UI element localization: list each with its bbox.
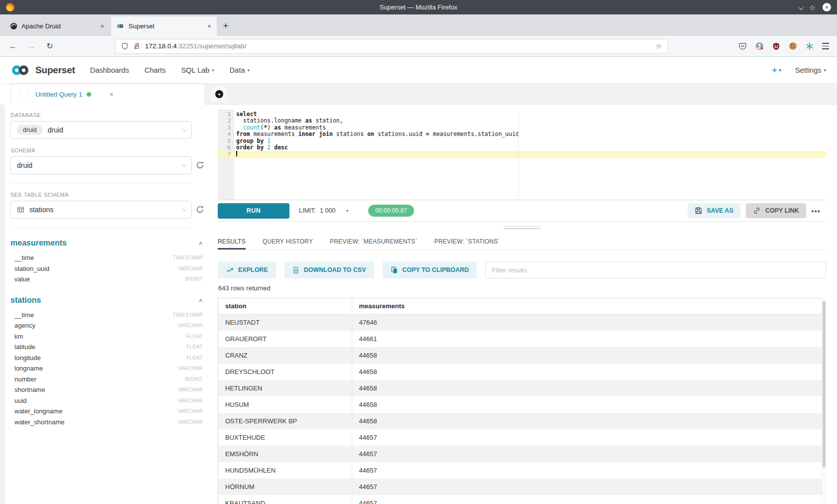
schema-select[interactable]: druid (10, 156, 192, 174)
document-icon (292, 266, 299, 274)
editor-gutter: 1234567 (218, 110, 234, 200)
back-icon[interactable]: ← (7, 42, 19, 51)
tab-close-icon[interactable]: × (207, 23, 211, 29)
nav-dashboards[interactable]: Dashboards (90, 66, 129, 74)
explore-button[interactable]: EXPLORE (218, 261, 276, 278)
caret-down-icon: ▾ (824, 68, 826, 73)
tracking-shield-icon[interactable] (121, 42, 129, 50)
chevron-down-icon (181, 206, 187, 211)
reload-icon[interactable]: ↻ (44, 41, 56, 51)
tab-close-icon[interactable]: × (100, 23, 104, 29)
pane-resize-handle[interactable] (504, 226, 541, 229)
schema-value: druid (17, 161, 32, 169)
new-tab-button[interactable]: + (218, 18, 233, 33)
limit-dropdown[interactable]: LIMIT: 1 000 ▾ (299, 207, 348, 214)
collapse-chevron-icon[interactable]: ∧ (198, 297, 203, 303)
url-text: 172.18.0.4:32251/superset/sqllab/ (145, 42, 246, 50)
clipboard-icon (391, 266, 398, 274)
column-row: shortnameVARCHAR (10, 384, 205, 395)
collapse-chevron-icon[interactable]: ∧ (198, 241, 203, 246)
table-row: DREYSCHLOOT44658 (218, 364, 826, 380)
query-tab-close-icon[interactable]: × (110, 91, 114, 98)
browser-tab-druid[interactable]: Apache Druid × (4, 16, 110, 36)
rows-returned-text: 643 rows returned (218, 284, 271, 292)
query-tab[interactable]: ⋮⋮ Untitled Query 1 × (10, 84, 205, 105)
refresh-tables-icon[interactable] (196, 205, 205, 214)
table-name: measurements (10, 239, 67, 248)
settings-menu[interactable]: Settings▾ (795, 66, 826, 74)
table-icon (17, 206, 24, 213)
more-actions-icon[interactable]: ••• (812, 207, 821, 215)
caret-down-icon: ▾ (212, 68, 214, 73)
table-select[interactable]: stations (10, 201, 192, 219)
tab-query-history[interactable]: QUERY HISTORY (263, 233, 313, 250)
table-row: KRAUTSAND44657 (218, 495, 826, 504)
print-margin-line (518, 110, 519, 200)
column-row: longitudeFLOAT (10, 353, 205, 364)
browser-toolbar: ← → ↻ 172.18.0.4:32251/superset/sqllab/ … (0, 36, 837, 57)
column-row: station_uuidVARCHAR (10, 263, 205, 274)
scrollbar-thumb[interactable] (823, 301, 826, 468)
copy-link-button[interactable]: COPY LINK (746, 203, 806, 218)
plus-icon: + (772, 65, 777, 75)
tab-preview-stations[interactable]: PREVIEW: `STATIONS` (434, 233, 500, 250)
column-header-measurements[interactable]: measurements (352, 298, 826, 314)
table-row: NEUSTADT47646 (218, 314, 826, 331)
chevron-down-icon (181, 161, 187, 167)
sql-lab-main: DATABASE druid druid SCHEMA druid SEE TA… (0, 105, 837, 504)
caret-down-icon: ▾ (779, 68, 782, 73)
url-bar[interactable]: 172.18.0.4:32251/superset/sqllab/ ☆ (115, 39, 668, 54)
query-tab-label: Untitled Query 1 (35, 91, 82, 98)
superset-logo[interactable]: Superset (11, 65, 75, 76)
editor-code: select stations.longname as station, cou… (234, 110, 826, 200)
new-item-menu[interactable]: +▾ (772, 65, 781, 75)
query-tab-bar: ⋮⋮ Untitled Query 1 × + (0, 84, 837, 105)
forward-icon[interactable]: → (25, 42, 37, 51)
main-nav: Dashboards Charts SQL Lab▾ Data▾ (90, 66, 250, 74)
table-row: CRANZ44658 (218, 347, 826, 364)
tab-preview-measurements[interactable]: PREVIEW: `MEASUREMENTS` (330, 233, 418, 250)
schema-tables: measurements∧__timeTIMESTAMPstation_uuid… (10, 238, 205, 427)
column-header-station[interactable]: station (218, 298, 352, 314)
column-row: water_longnameVARCHAR (10, 406, 205, 417)
save-icon (695, 207, 702, 215)
run-button[interactable]: RUN (218, 203, 289, 219)
results-scrollbar[interactable] (822, 298, 826, 504)
filter-results-input[interactable] (485, 261, 826, 278)
schema-table-header[interactable]: stations∧ (10, 295, 205, 306)
database-select[interactable]: druid druid (10, 121, 192, 139)
drag-dots-icon[interactable]: ⋮⋮ (18, 91, 31, 98)
browser-tab-superset[interactable]: Superset × (111, 16, 217, 36)
column-row: agencyVARCHAR (10, 320, 205, 331)
schema-table-header[interactable]: measurements∧ (10, 238, 205, 249)
elapsed-time-badge: 00:00:00.87 (368, 205, 414, 217)
insecure-lock-icon[interactable] (133, 42, 140, 50)
bookmark-star-icon[interactable]: ☆ (656, 42, 662, 51)
column-row: __timeTIMESTAMP (10, 310, 205, 321)
cookie-icon[interactable] (789, 42, 797, 50)
nav-sql-lab[interactable]: SQL Lab▾ (181, 66, 214, 74)
nav-charts[interactable]: Charts (144, 66, 166, 74)
refresh-schemas-icon[interactable] (196, 161, 205, 170)
colorburst-extension-icon[interactable] (806, 42, 814, 50)
save-as-button[interactable]: SAVE AS (688, 203, 741, 218)
schema-table-section: stations∧__timeTIMESTAMPagencyVARCHARkmF… (10, 295, 205, 428)
results-actions: EXPLORE DOWNLOAD TO CSV COPY TO CLIPBOAR… (218, 261, 826, 278)
add-query-tab-button[interactable]: + (211, 86, 227, 102)
menu-icon[interactable] (822, 43, 829, 49)
superset-navbar: Superset Dashboards Charts SQL Lab▾ Data… (0, 57, 837, 84)
nav-data[interactable]: Data▾ (230, 66, 250, 74)
window-close-button[interactable]: × (823, 3, 831, 11)
tab-results[interactable]: RESULTS (218, 233, 246, 250)
chevron-down-icon (181, 126, 187, 131)
window-title: Superset — Mozilla Firefox (0, 3, 837, 11)
sql-editor[interactable]: 1234567 select stations.longname as stat… (218, 110, 826, 200)
pocket-icon[interactable] (738, 42, 747, 50)
ublock-shield-icon[interactable] (772, 42, 780, 50)
window-minimize-button[interactable] (799, 3, 802, 12)
copy-clipboard-button[interactable]: COPY TO CLIPBOARD (383, 261, 477, 278)
download-csv-button[interactable]: DOWNLOAD TO CSV (284, 261, 374, 278)
extension-avatar-icon[interactable] (755, 42, 764, 50)
window-maximize-button[interactable]: ◇ (810, 4, 815, 10)
plus-circle-icon: + (215, 90, 223, 98)
